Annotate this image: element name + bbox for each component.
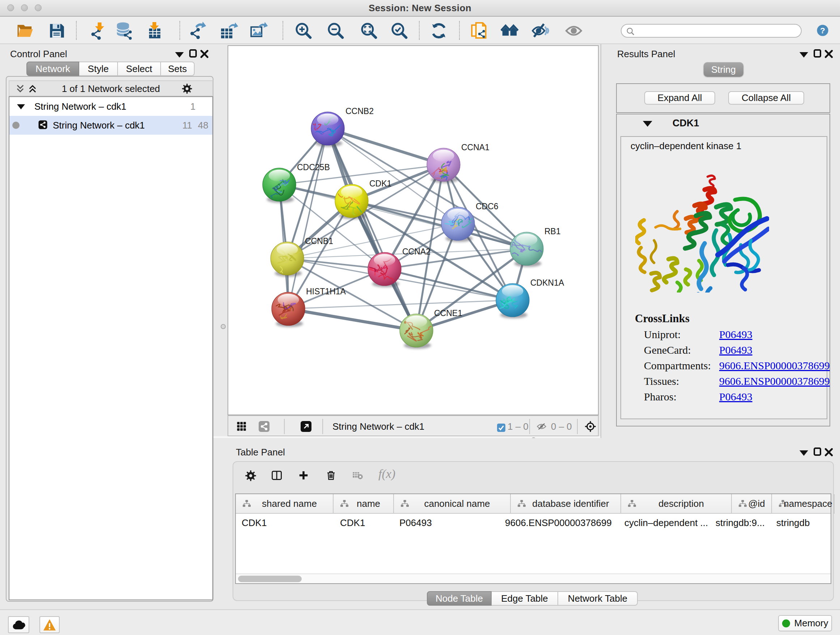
svg-text:CCNA1: CCNA1	[461, 143, 489, 152]
svg-text:?: ?	[820, 26, 825, 35]
svg-text:CDC6: CDC6	[476, 202, 499, 211]
svg-text:CCNB1: CCNB1	[305, 236, 333, 246]
svg-text:CDKN1A: CDKN1A	[531, 278, 564, 287]
svg-text:CCNB2: CCNB2	[346, 106, 374, 116]
svg-text:HIST1H1A: HIST1H1A	[306, 287, 346, 296]
svg-text:CCNA2: CCNA2	[402, 247, 431, 256]
svg-text:CDC25B: CDC25B	[297, 163, 330, 172]
svg-text:RB1: RB1	[545, 226, 561, 236]
svg-text:CDK1: CDK1	[369, 179, 392, 188]
svg-text:CCNE1: CCNE1	[434, 309, 462, 318]
